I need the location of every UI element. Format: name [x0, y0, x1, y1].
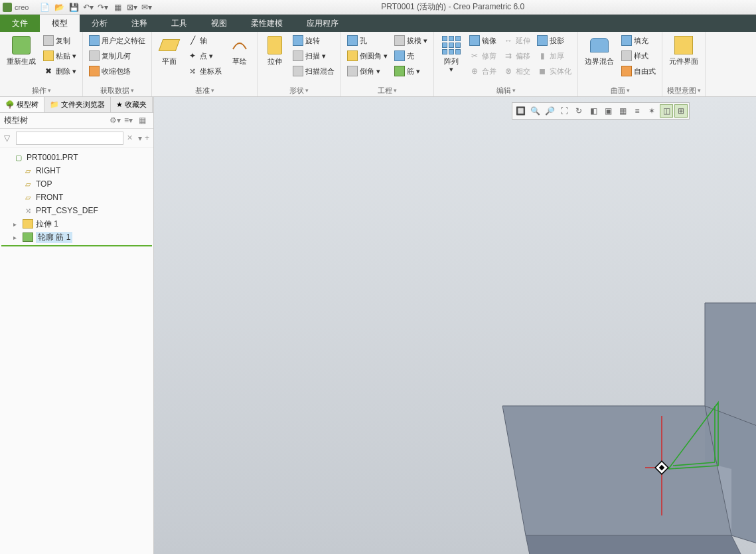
undo-icon[interactable]: ↶▾ — [83, 2, 94, 13]
savedview-icon[interactable]: ▣ — [601, 104, 615, 118]
delete-icon: ✖ — [43, 66, 54, 76]
tree-item-extrude1[interactable]: ▸拉伸 1 — [1, 217, 152, 231]
tree-item-rib1[interactable]: ▸轮廓 筋 1 — [1, 231, 152, 244]
compinterface-button[interactable]: 元件界面 — [666, 33, 701, 66]
mail-icon[interactable]: ✉▾ — [141, 2, 152, 13]
chamfer-button[interactable]: 倒角 ▾ — [345, 64, 390, 78]
plane-button[interactable]: 平面 — [156, 33, 183, 66]
trim-button[interactable]: ✂修剪 — [467, 48, 498, 63]
open-icon[interactable]: 📂 — [54, 2, 64, 13]
copy-button[interactable]: 复制 — [41, 33, 78, 48]
tab-file[interactable]: 文件 — [0, 15, 40, 32]
sidebar-tab-folder[interactable]: 📁文件夹浏览器 — [44, 97, 111, 112]
zoomout-icon[interactable]: 🔎 — [543, 104, 556, 118]
fill-button[interactable]: 填充 — [619, 33, 658, 48]
extend-button[interactable]: ↔延伸 — [501, 33, 532, 48]
sweep-button[interactable]: 扫描 ▾ — [291, 48, 337, 63]
shrinkwrap-button[interactable]: 收缩包络 — [87, 64, 147, 78]
axis-button[interactable]: ╱轴 — [185, 33, 224, 48]
rib-icon — [23, 232, 33, 242]
tree-item-front[interactable]: ▱FRONT — [1, 191, 152, 204]
rib-button[interactable]: 筋 ▾ — [392, 64, 429, 78]
hole-button[interactable]: 孔 — [345, 33, 390, 48]
tree-insert-line — [1, 245, 152, 246]
tab-tools[interactable]: 工具 — [159, 15, 199, 32]
sweepblend-button[interactable]: 扫描混合 — [291, 64, 337, 78]
sidebar-tab-fav[interactable]: ★收藏夹 — [111, 97, 153, 112]
windows-icon[interactable]: ▦ — [112, 2, 123, 13]
point-button[interactable]: ✦点 ▾ — [185, 48, 224, 63]
annot-disp-icon[interactable]: ◫ — [660, 104, 673, 118]
merge-button[interactable]: ⊕合并 — [467, 64, 498, 78]
clear-icon[interactable]: ✕ — [127, 134, 133, 142]
refit-icon[interactable]: 🔲 — [514, 104, 527, 118]
pattern-button[interactable]: 阵列▾ — [438, 33, 465, 74]
zoomin-icon[interactable]: 🔍 — [528, 104, 542, 118]
tab-apps[interactable]: 应用程序 — [295, 15, 350, 32]
spin-icon[interactable]: ↻ — [572, 104, 585, 118]
3d-viewport[interactable]: 🔲 🔍 🔎 ⛶ ↻ ◧ ▣ ▦ ≡ ✶ ◫ ⊞ — [154, 97, 756, 554]
tab-flex[interactable]: 柔性建模 — [239, 15, 295, 32]
copygeom-button[interactable]: 复制几何 — [87, 48, 147, 63]
persp-icon[interactable]: ▦ — [616, 104, 629, 118]
display-icon[interactable]: ◧ — [587, 104, 600, 118]
merge-icon: ⊕ — [469, 66, 480, 76]
tree-show-icon[interactable]: ≡▾ — [124, 116, 135, 126]
intersect-button[interactable]: ⊗相交 — [501, 64, 532, 78]
group-label: 编辑 — [438, 84, 573, 96]
model-front-face — [526, 535, 756, 554]
tree-item-top[interactable]: ▱TOP — [1, 177, 152, 191]
tree-item-part[interactable]: ▢PRT0001.PRT — [1, 151, 152, 164]
tree-icon: 🌳 — [5, 100, 15, 109]
tab-analysis[interactable]: 分析 — [80, 15, 119, 32]
tab-model[interactable]: 模型 — [40, 15, 80, 32]
thicken-button[interactable]: ▮加厚 — [535, 48, 573, 63]
shell-button[interactable]: 壳 — [392, 48, 429, 63]
group-label: 工程 — [345, 84, 429, 96]
datum-disp-icon[interactable]: ✶ — [645, 104, 658, 118]
tree-add-icon[interactable]: + — [145, 134, 149, 143]
solidify-button[interactable]: ◼实体化 — [535, 64, 573, 78]
tree-search-input[interactable] — [16, 132, 123, 145]
ribbon-group-engineering: 孔 倒圆角 ▾ 倒角 ▾ 拔模 ▾ 壳 筋 ▾ 工程 — [341, 32, 434, 96]
tree-item-csys[interactable]: ⤭PRT_CSYS_DEF — [1, 204, 152, 217]
menu-bar: 文件 模型 分析 注释 工具 视图 柔性建模 应用程序 — [0, 15, 756, 32]
copygeom-icon — [89, 50, 100, 61]
sketch-button[interactable]: 草绘 — [226, 33, 253, 66]
sidebar-tab-modeltree[interactable]: 🌳模型树 — [0, 97, 44, 112]
layers-icon[interactable]: ≡ — [631, 104, 644, 118]
zoomwin-icon[interactable]: ⛶ — [558, 104, 571, 118]
draft-button[interactable]: 拔模 ▾ — [392, 33, 429, 48]
close-window-icon[interactable]: ⊠▾ — [127, 2, 137, 13]
save-icon[interactable]: 💾 — [68, 2, 79, 13]
regenerate-button[interactable]: 重新生成 — [4, 33, 38, 66]
ribbon-group-edit: 阵列▾ 镜像 ✂修剪 ⊕合并 ↔延伸 ⇉偏移 ⊗相交 投影 ▮加厚 ◼实体化 编… — [434, 32, 578, 96]
tree-settings-icon[interactable]: ⚙▾ — [110, 116, 120, 126]
new-icon[interactable]: 📄 — [39, 2, 50, 13]
part-icon: ▢ — [13, 153, 24, 162]
revolve-button[interactable]: 旋转 — [291, 33, 337, 48]
redo-icon[interactable]: ↷▾ — [98, 2, 108, 13]
funnel-icon[interactable]: ▽ — [4, 134, 13, 143]
tab-view[interactable]: 视图 — [199, 15, 239, 32]
csys-button[interactable]: ⤭坐标系 — [185, 64, 224, 78]
paste-button[interactable]: 粘贴 ▾ — [41, 48, 78, 63]
tree-search-dd[interactable]: ▾ — [138, 134, 142, 143]
project-button[interactable]: 投影 — [535, 33, 573, 48]
tab-annotate[interactable]: 注释 — [119, 15, 159, 32]
delete-button[interactable]: ✖删除 ▾ — [41, 64, 78, 78]
offset-button[interactable]: ⇉偏移 — [501, 48, 532, 63]
udf-button[interactable]: 用户定义特征 — [87, 33, 147, 48]
shell-icon — [394, 50, 405, 61]
mirror-button[interactable]: 镜像 — [467, 33, 498, 48]
style-button[interactable]: 样式 — [619, 48, 658, 63]
tree-filter-icon[interactable]: ▦ — [139, 116, 149, 126]
extrude-button[interactable]: 拉伸 — [262, 33, 288, 66]
freestyle-button[interactable]: 自由式 — [619, 64, 658, 78]
boundary-button[interactable]: 边界混合 — [582, 33, 617, 66]
round-icon — [347, 50, 358, 61]
sel-filter-icon[interactable]: ⊞ — [674, 104, 688, 118]
round-button[interactable]: 倒圆角 ▾ — [345, 48, 390, 63]
tree-item-right[interactable]: ▱RIGHT — [1, 164, 152, 177]
sidebar-header: 模型树 ⚙▾ ≡▾ ▦ — [0, 113, 153, 129]
